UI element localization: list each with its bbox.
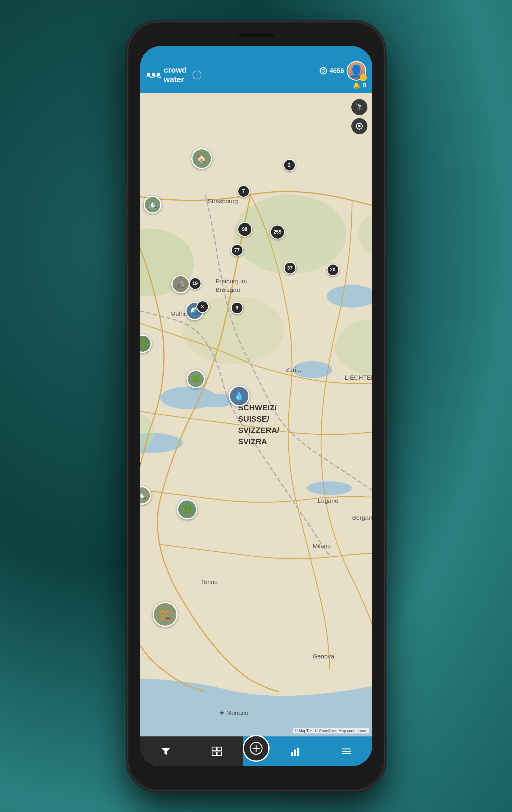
photo-circle-alps: 🏔️ — [140, 486, 151, 505]
marker-italy-photo[interactable]: 🏗️ — [153, 602, 372, 627]
notification-count: 0 — [363, 82, 366, 89]
marker-19[interactable]: 19 — [189, 277, 202, 290]
cluster-3: 3 — [197, 300, 209, 313]
marker-lugano-photo[interactable]: 🌿 — [177, 499, 372, 520]
svg-rect-54 — [297, 748, 299, 756]
menu-button[interactable] — [321, 736, 372, 766]
svg-point-4 — [322, 69, 325, 72]
marker-forest-photo[interactable]: 🌲 — [140, 430, 322, 448]
marker-2[interactable]: 2 — [283, 159, 296, 171]
avatar-container[interactable]: 👑 — [347, 61, 366, 81]
app-header: crowd water i 4656 � — [140, 58, 372, 93]
svg-text:★ Monaco: ★ Monaco — [219, 709, 248, 716]
svg-rect-53 — [294, 750, 296, 756]
add-icon — [250, 742, 263, 755]
marker-98[interactable]: 98 — [237, 222, 252, 237]
svg-rect-52 — [291, 752, 293, 756]
marker-green-photo[interactable]: 🌿 — [140, 335, 365, 353]
svg-rect-45 — [212, 747, 217, 751]
photo-circle-small: 🏔️ — [144, 196, 161, 214]
photo-circle-large: 🏗️ — [153, 602, 178, 627]
svg-text:Genova: Genova — [312, 653, 334, 660]
marker-20[interactable]: 20 — [327, 264, 339, 276]
map-svg: Nancy Strasbourg Freiburg im Breisgau Mu… — [140, 93, 372, 736]
marker-rocks-photo[interactable]: 🪨 — [171, 275, 372, 293]
volume-down-button[interactable] — [125, 219, 128, 260]
map-area[interactable]: Nancy Strasbourg Freiburg im Breisgau Mu… — [140, 93, 372, 736]
power-button[interactable] — [385, 207, 387, 254]
marker-9[interactable]: 9 — [231, 302, 243, 314]
svg-rect-46 — [217, 747, 222, 751]
cluster-7: 7 — [237, 185, 250, 198]
nav-section-dark — [140, 736, 243, 766]
app-logo-icon — [146, 69, 161, 81]
map-attribution: © MapTiler © OpenStreetMap contributors — [293, 728, 369, 733]
cluster-20: 20 — [327, 264, 339, 276]
add-button-container — [243, 738, 270, 765]
nav-section-blue — [270, 736, 372, 766]
phone-screen: crowd water i 4656 � — [140, 46, 372, 766]
photo-circle-green: 🌿 — [140, 335, 152, 353]
filter-icon — [160, 746, 171, 757]
cluster-259: 259 — [270, 225, 285, 239]
svg-point-2 — [157, 72, 160, 76]
crown-badge: 👑 — [360, 74, 367, 81]
svg-rect-47 — [212, 752, 217, 755]
bottom-navigation — [140, 736, 372, 766]
cluster-2: 2 — [283, 159, 296, 171]
marker-37[interactable]: 37 — [284, 262, 296, 274]
marker-3[interactable]: 3 — [197, 300, 209, 313]
map-controls: 🔭 — [351, 99, 367, 134]
cluster-9: 9 — [231, 302, 243, 314]
svg-point-3 — [320, 67, 327, 74]
info-button[interactable]: i — [192, 70, 202, 80]
points-row: 4656 👑 — [320, 61, 366, 81]
svg-text:Torino: Torino — [201, 578, 218, 585]
chart-button[interactable] — [270, 736, 321, 766]
target-icon — [320, 67, 327, 75]
binoculars-button[interactable]: 🔭 — [351, 99, 367, 115]
phone-container: crowd water i 4656 � — [128, 22, 384, 790]
points-value: 4656 — [330, 67, 344, 75]
marker-259[interactable]: 259 — [270, 225, 285, 239]
locate-icon — [355, 122, 364, 130]
photo-circle-lugano: 🌿 — [177, 499, 197, 520]
cluster-98: 98 — [237, 222, 252, 237]
app-title: crowd water — [164, 65, 187, 84]
photo-circle-liecht: 🌿 — [186, 370, 205, 388]
filter-button[interactable] — [140, 736, 191, 766]
cluster-19: 19 — [189, 277, 202, 290]
add-observation-button[interactable] — [243, 735, 270, 762]
list-button[interactable] — [191, 736, 243, 766]
volume-up-button[interactable] — [125, 186, 128, 210]
marker-water-photo[interactable]: 🌊 — [185, 302, 372, 320]
photo-circle-waterfall: 💧 — [229, 386, 250, 406]
list-icon — [212, 746, 222, 757]
photo-circle: 🏠 — [191, 148, 212, 169]
svg-text:Genève: Genève — [140, 460, 141, 467]
notification-row: 🔔 0 — [353, 82, 366, 89]
speaker — [238, 34, 274, 37]
marker-traffic-photo[interactable]: 🚦 — [140, 468, 332, 486]
photo-circle-rocks: 🪨 — [171, 275, 190, 293]
marker-waterfall-photo[interactable]: 💧 — [229, 386, 372, 406]
cluster-77: 77 — [231, 244, 243, 257]
status-bar — [140, 46, 372, 58]
svg-rect-48 — [217, 752, 222, 755]
svg-text:SUISSE/: SUISSE/ — [238, 414, 269, 423]
locate-button[interactable] — [351, 118, 367, 134]
svg-text:Milano: Milano — [312, 542, 331, 549]
cluster-37: 37 — [284, 262, 296, 274]
bell-icon: 🔔 — [353, 82, 360, 89]
chart-icon — [290, 746, 300, 757]
marker-mountain-photo[interactable]: 🏔️ — [144, 196, 372, 214]
marker-house-photo[interactable]: 🏠 — [191, 148, 372, 169]
header-right: 4656 👑 🔔 0 — [320, 61, 366, 89]
marker-bridge-photo[interactable]: 🌉 — [140, 239, 305, 263]
marker-7[interactable]: 7 — [237, 185, 250, 198]
app-logo: crowd water i — [146, 65, 320, 84]
svg-point-40 — [358, 125, 361, 127]
menu-icon — [341, 746, 352, 757]
marker-77[interactable]: 77 — [231, 244, 243, 257]
